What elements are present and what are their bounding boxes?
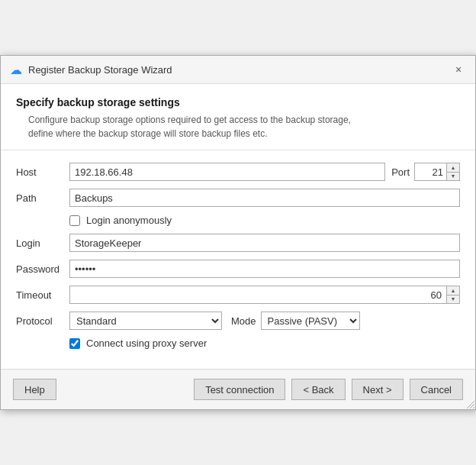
header-title: Specify backup storage settings: [16, 96, 460, 108]
resize-handle[interactable]: [467, 401, 474, 408]
host-label: Host: [16, 166, 69, 178]
port-spin-down[interactable]: ▼: [447, 173, 459, 181]
svg-line-2: [473, 407, 474, 408]
dialog-title: Register Backup Storage Wizard: [28, 64, 172, 76]
title-bar: ☁ Register Backup Storage Wizard ×: [1, 56, 475, 84]
login-row: Login: [16, 234, 460, 252]
protocol-label: Protocol: [16, 315, 69, 327]
port-spin-up[interactable]: ▲: [447, 163, 459, 173]
port-input[interactable]: [414, 163, 446, 181]
path-label: Path: [16, 192, 69, 204]
dialog-window: ☁ Register Backup Storage Wizard × Speci…: [0, 55, 476, 410]
password-label: Password: [16, 263, 69, 275]
host-row: Host Port ▲ ▼: [16, 163, 460, 181]
login-input[interactable]: [69, 234, 460, 252]
proxy-checkbox[interactable]: [69, 338, 80, 349]
form-section: Host Port ▲ ▼ Path: [1, 150, 475, 369]
password-row: Password: [16, 260, 460, 278]
port-label: Port: [391, 166, 410, 178]
mode-select[interactable]: Passive (PASV) Active (PORT): [261, 312, 360, 330]
back-button[interactable]: < Back: [291, 379, 345, 400]
header-description: Configure backup storage options require…: [28, 113, 460, 140]
host-input[interactable]: [69, 163, 385, 181]
path-input[interactable]: [69, 189, 460, 207]
header-section: Specify backup storage settings Configur…: [1, 84, 475, 150]
port-group: Port ▲ ▼: [391, 163, 460, 181]
test-connection-button[interactable]: Test connection: [194, 379, 285, 400]
port-input-wrap: ▲ ▼: [414, 163, 460, 181]
login-anon-checkbox[interactable]: [69, 215, 80, 226]
protocol-row: Protocol Standard SFTP FTPS Mode Passive…: [16, 312, 460, 330]
timeout-spinners: ▲ ▼: [446, 286, 460, 304]
close-button[interactable]: ×: [451, 62, 466, 77]
port-spinners: ▲ ▼: [446, 163, 460, 181]
footer-section: Help Test connection < Back Next > Cance…: [1, 369, 475, 409]
cancel-button[interactable]: Cancel: [410, 379, 463, 400]
timeout-label: Timeout: [16, 289, 69, 301]
title-bar-left: ☁ Register Backup Storage Wizard: [10, 63, 172, 77]
next-button[interactable]: Next >: [352, 379, 404, 400]
login-anon-label[interactable]: Login anonymously: [86, 215, 172, 226]
path-row: Path: [16, 189, 460, 207]
login-label: Login: [16, 237, 69, 249]
protocol-select[interactable]: Standard SFTP FTPS: [69, 312, 222, 330]
help-button[interactable]: Help: [13, 379, 56, 400]
login-anon-row: Login anonymously: [69, 215, 460, 226]
timeout-input-wrap: ▲ ▼: [69, 286, 460, 304]
proxy-label[interactable]: Connect using proxy server: [86, 337, 207, 349]
timeout-input[interactable]: [69, 286, 446, 304]
proxy-row: Connect using proxy server: [69, 337, 460, 349]
timeout-spin-down[interactable]: ▼: [447, 295, 459, 304]
mode-label: Mode: [231, 315, 256, 327]
password-input[interactable]: [69, 260, 460, 278]
cloud-icon: ☁: [10, 63, 22, 77]
timeout-spin-up[interactable]: ▲: [447, 286, 459, 295]
timeout-row: Timeout ▲ ▼: [16, 286, 460, 304]
footer-right: Test connection < Back Next > Cancel: [194, 379, 463, 400]
